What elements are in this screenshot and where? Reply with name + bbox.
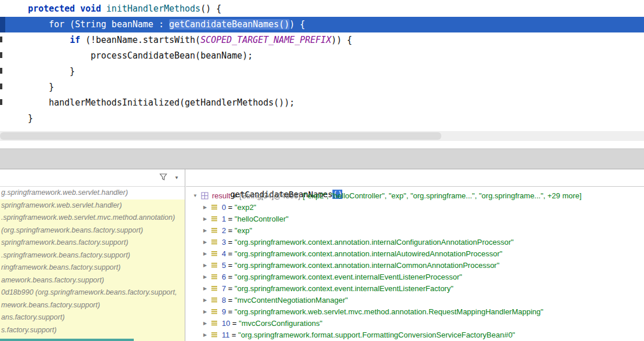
- evaluate-pane: getCandidateBeanNames() ▼result = {Strin…: [186, 169, 644, 341]
- tree-row-label: 2 = "exp": [222, 226, 252, 235]
- tree-row[interactable]: ▶6 = "org.springframework.context.event.…: [186, 271, 644, 282]
- tree-row[interactable]: ▶0 = "exp2": [186, 201, 644, 213]
- panel-splitter[interactable]: [0, 148, 644, 169]
- chevron-collapsed-icon[interactable]: ▶: [202, 321, 208, 326]
- tree-row-label: result = {String[34]@4896} ["exp2", "hel…: [212, 191, 581, 200]
- tree-row-label: 9 = "org.springframework.web.servlet.mvc…: [222, 307, 543, 316]
- tree-row-label: 5 = "org.springframework.context.annotat…: [222, 261, 499, 270]
- value-icon: [210, 307, 218, 315]
- list-item[interactable]: 0d18b990 (org.springframework.beans.fact…: [0, 286, 185, 299]
- value-icon: [210, 296, 218, 304]
- list-item[interactable]: g.springframework.web.servlet.handler): [0, 187, 185, 199]
- value-icon: [210, 284, 218, 292]
- tree-row-label: 6 = "org.springframework.context.event.i…: [222, 273, 462, 281]
- tree-row-label: 0 = "exp2": [222, 203, 256, 212]
- code-lines: protected void initHandlerMethods() { fo…: [0, 0, 644, 126]
- code-editor[interactable]: protected void initHandlerMethods() { fo…: [0, 0, 644, 131]
- ide-window: protected void initHandlerMethods() { fo…: [0, 0, 644, 341]
- code-line[interactable]: if (!beanName.startsWith(SCOPED_TARGET_N…: [0, 32, 644, 48]
- editor-bottom-gap: [0, 141, 644, 148]
- tree-row[interactable]: ▶9 = "org.springframework.web.servlet.mv…: [186, 306, 644, 317]
- code-line[interactable]: processCandidateBean(beanName);: [0, 48, 644, 64]
- code-line[interactable]: }: [0, 111, 644, 126]
- chevron-collapsed-icon[interactable]: ▶: [202, 240, 208, 245]
- execution-line[interactable]: for (String beanName : getCandidateBeanN…: [0, 17, 644, 32]
- result-tree: ▼result = {String[34]@4896} ["exp2", "he…: [186, 187, 644, 340]
- chevron-collapsed-icon[interactable]: ▶: [202, 298, 208, 303]
- gutter-mark: [0, 52, 2, 58]
- debugger-panel: ▼ g.springframework.web.servlet.handler)…: [0, 169, 644, 341]
- list-item[interactable]: .springframework.web.servlet.mvc.method.…: [0, 212, 185, 224]
- tree-row-label: 3 = "org.springframework.context.annotat…: [222, 238, 514, 246]
- code-line[interactable]: }: [0, 79, 644, 95]
- tree-row-label: 11 = "org.springframework.format.support…: [222, 331, 515, 339]
- chevron-collapsed-icon[interactable]: ▶: [202, 309, 208, 314]
- list-item[interactable]: springframework.web.servlet.handler): [0, 199, 185, 212]
- instances-list: g.springframework.web.servlet.handler)sp…: [0, 187, 185, 341]
- editor-horizontal-scrollbar[interactable]: [0, 131, 644, 141]
- scrollbar-thumb[interactable]: [0, 132, 441, 140]
- value-icon: [210, 215, 218, 223]
- tree-row[interactable]: ▶5 = "org.springframework.context.annota…: [186, 259, 644, 271]
- value-icon: [210, 273, 218, 281]
- value-icon: [210, 238, 218, 246]
- code-line[interactable]: handlerMethodsInitialized(getHandlerMeth…: [0, 95, 644, 111]
- tree-row[interactable]: ▶4 = "org.springframework.context.annota…: [186, 248, 644, 259]
- gutter-mark: [0, 68, 2, 74]
- chevron-collapsed-icon[interactable]: ▶: [202, 286, 208, 291]
- chevron-collapsed-icon[interactable]: ▶: [202, 216, 208, 222]
- array-icon: [200, 191, 208, 199]
- chevron-collapsed-icon[interactable]: ▶: [202, 332, 208, 338]
- tree-row[interactable]: ▼result = {String[34]@4896} ["exp2", "he…: [186, 190, 644, 201]
- instances-pane-header: ▼: [0, 169, 185, 187]
- gutter-mark: [0, 37, 2, 42]
- tree-row[interactable]: ▶2 = "exp": [186, 224, 644, 236]
- code-line[interactable]: }: [0, 64, 644, 79]
- instances-horizontal-scrollbar[interactable]: [0, 339, 134, 341]
- filter-icon[interactable]: [159, 173, 167, 183]
- value-icon: [210, 249, 218, 257]
- tree-row[interactable]: ▶8 = "mvcContentNegotiationManager": [186, 294, 644, 306]
- tree-row-label: 10 = "mvcCorsConfigurations": [222, 319, 323, 328]
- gutter-mark: [0, 99, 2, 105]
- list-item[interactable]: ans.factory.support): [0, 311, 185, 324]
- list-item[interactable]: amework.beans.factory.support): [0, 274, 185, 287]
- list-item[interactable]: mework.beans.factory.support): [0, 299, 185, 312]
- chevron-collapsed-icon[interactable]: ▶: [202, 263, 208, 268]
- value-icon: [210, 261, 218, 269]
- chevron-collapsed-icon[interactable]: ▶: [202, 228, 208, 233]
- chevron-down-icon[interactable]: ▼: [174, 175, 179, 180]
- chevron-collapsed-icon[interactable]: ▶: [202, 205, 208, 210]
- list-item[interactable]: .springframework.beans.factory.support): [0, 249, 185, 262]
- tree-row-label: 8 = "mvcContentNegotiationManager": [222, 296, 348, 304]
- tree-row-label: 1 = "helloController": [222, 215, 288, 223]
- tree-row[interactable]: ▶3 = "org.springframework.context.annota…: [186, 236, 644, 248]
- tree-row-label: 4 = "org.springframework.context.annotat…: [222, 249, 502, 258]
- value-icon: [210, 226, 218, 234]
- chevron-expanded-icon[interactable]: ▼: [192, 193, 199, 198]
- list-item[interactable]: (org.springframework.beans.factory.suppo…: [0, 224, 185, 237]
- list-item[interactable]: springframework.beans.factory.support): [0, 237, 185, 249]
- chevron-collapsed-icon[interactable]: ▶: [202, 251, 208, 256]
- value-icon: [210, 203, 218, 211]
- instances-pane: ▼ g.springframework.web.servlet.handler)…: [0, 169, 185, 341]
- chevron-collapsed-icon[interactable]: ▶: [202, 274, 208, 280]
- tree-row-label: 7 = "org.springframework.context.event.i…: [222, 284, 453, 293]
- tree-row[interactable]: ▶7 = "org.springframework.context.event.…: [186, 282, 644, 294]
- value-icon: [210, 319, 218, 327]
- expression-field[interactable]: getCandidateBeanNames(): [186, 169, 644, 187]
- list-item[interactable]: ringframework.beans.factory.support): [0, 262, 185, 274]
- gutter-mark: [0, 84, 2, 89]
- tree-row[interactable]: ▶1 = "helloController": [186, 213, 644, 224]
- tree-row[interactable]: ▶10 = "mvcCorsConfigurations": [186, 317, 644, 329]
- code-line[interactable]: protected void initHandlerMethods() {: [0, 1, 644, 17]
- value-icon: [210, 331, 218, 339]
- tree-row[interactable]: ▶11 = "org.springframework.format.suppor…: [186, 329, 644, 340]
- list-item[interactable]: s.factory.support): [0, 324, 185, 337]
